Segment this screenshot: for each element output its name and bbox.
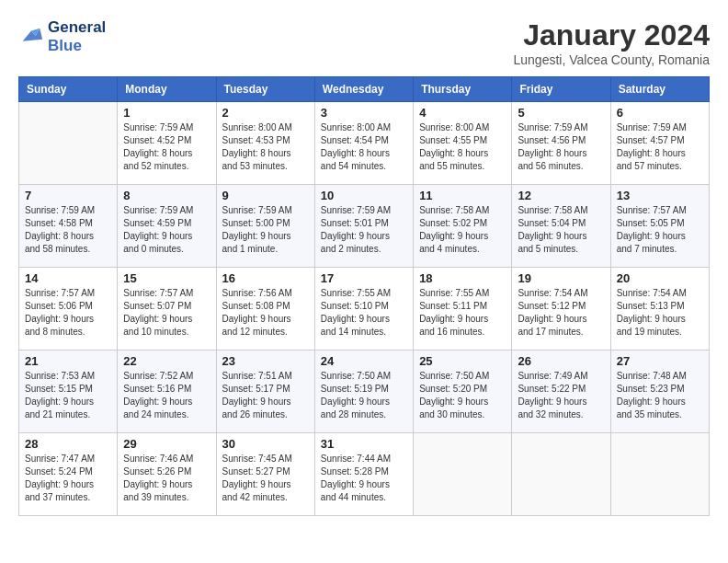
calendar-cell: 8Sunrise: 7:59 AM Sunset: 4:59 PM Daylig… [118,185,216,268]
day-number: 20 [617,271,703,285]
calendar-cell: 15Sunrise: 7:57 AM Sunset: 5:07 PM Dayli… [118,268,216,350]
day-info: Sunrise: 7:59 AM Sunset: 5:01 PM Dayligh… [321,204,407,256]
header-tuesday: Tuesday [216,77,314,102]
page-header: General Blue January 2024 Lungesti, Valc… [18,18,710,67]
day-info: Sunrise: 7:56 AM Sunset: 5:08 PM Dayligh… [222,287,309,339]
calendar-cell [512,433,610,516]
calendar-cell [414,433,512,516]
day-info: Sunrise: 7:45 AM Sunset: 5:27 PM Dayligh… [222,453,309,504]
day-number: 17 [321,271,407,285]
day-info: Sunrise: 7:59 AM Sunset: 4:57 PM Dayligh… [617,121,703,173]
calendar-table: SundayMondayTuesdayWednesdayThursdayFrid… [18,76,710,516]
calendar-cell [610,433,709,516]
calendar-cell: 4Sunrise: 8:00 AM Sunset: 4:55 PM Daylig… [414,102,512,185]
day-info: Sunrise: 7:54 AM Sunset: 5:13 PM Dayligh… [617,287,703,339]
svg-marker-0 [23,29,42,41]
location-subtitle: Lungesti, Valcea County, Romania [514,52,711,67]
day-number: 1 [123,106,210,120]
logo-icon [18,24,44,50]
calendar-cell: 25Sunrise: 7:50 AM Sunset: 5:20 PM Dayli… [414,350,512,433]
calendar-week-row: 14Sunrise: 7:57 AM Sunset: 5:06 PM Dayli… [19,268,710,350]
calendar-cell: 17Sunrise: 7:55 AM Sunset: 5:10 PM Dayli… [314,268,413,350]
day-info: Sunrise: 7:57 AM Sunset: 5:07 PM Dayligh… [123,287,210,339]
calendar-cell: 31Sunrise: 7:44 AM Sunset: 5:28 PM Dayli… [314,433,413,516]
calendar-cell: 19Sunrise: 7:54 AM Sunset: 5:12 PM Dayli… [512,268,610,350]
day-number: 5 [518,106,604,120]
day-info: Sunrise: 7:58 AM Sunset: 5:04 PM Dayligh… [518,204,604,256]
day-info: Sunrise: 7:59 AM Sunset: 4:59 PM Dayligh… [123,204,210,256]
day-info: Sunrise: 7:59 AM Sunset: 5:00 PM Dayligh… [222,204,309,256]
day-info: Sunrise: 7:54 AM Sunset: 5:12 PM Dayligh… [518,287,604,339]
day-number: 19 [518,271,604,285]
header-thursday: Thursday [414,77,512,102]
day-number: 11 [419,189,506,202]
day-info: Sunrise: 7:53 AM Sunset: 5:15 PM Dayligh… [25,370,111,421]
day-number: 7 [25,189,111,202]
month-title: January 2024 [514,18,711,52]
day-info: Sunrise: 7:50 AM Sunset: 5:20 PM Dayligh… [419,370,506,421]
day-number: 14 [25,271,111,285]
day-number: 27 [617,354,703,368]
calendar-header-row: SundayMondayTuesdayWednesdayThursdayFrid… [19,77,710,102]
day-number: 6 [617,106,703,120]
day-info: Sunrise: 7:59 AM Sunset: 4:58 PM Dayligh… [25,204,111,256]
day-info: Sunrise: 7:49 AM Sunset: 5:22 PM Dayligh… [518,370,604,421]
calendar-cell: 28Sunrise: 7:47 AM Sunset: 5:24 PM Dayli… [19,433,118,516]
day-number: 18 [419,271,506,285]
day-number: 9 [222,189,309,202]
header-friday: Friday [512,77,610,102]
header-saturday: Saturday [610,77,709,102]
calendar-cell: 20Sunrise: 7:54 AM Sunset: 5:13 PM Dayli… [610,268,709,350]
calendar-cell [19,102,118,185]
header-wednesday: Wednesday [314,77,413,102]
header-sunday: Sunday [19,77,118,102]
day-info: Sunrise: 7:59 AM Sunset: 4:52 PM Dayligh… [123,121,210,173]
calendar-cell: 26Sunrise: 7:49 AM Sunset: 5:22 PM Dayli… [512,350,610,433]
calendar-cell: 6Sunrise: 7:59 AM Sunset: 4:57 PM Daylig… [610,102,709,185]
calendar-cell: 11Sunrise: 7:58 AM Sunset: 5:02 PM Dayli… [414,185,512,268]
day-info: Sunrise: 7:52 AM Sunset: 5:16 PM Dayligh… [123,370,210,421]
calendar-cell: 30Sunrise: 7:45 AM Sunset: 5:27 PM Dayli… [216,433,314,516]
day-number: 4 [419,106,506,120]
day-number: 21 [25,354,111,368]
calendar-cell: 9Sunrise: 7:59 AM Sunset: 5:00 PM Daylig… [216,185,314,268]
day-info: Sunrise: 7:55 AM Sunset: 5:10 PM Dayligh… [321,287,407,339]
day-info: Sunrise: 7:58 AM Sunset: 5:02 PM Dayligh… [419,204,506,256]
calendar-week-row: 21Sunrise: 7:53 AM Sunset: 5:15 PM Dayli… [19,350,710,433]
day-info: Sunrise: 7:59 AM Sunset: 4:56 PM Dayligh… [518,121,604,173]
day-info: Sunrise: 7:55 AM Sunset: 5:11 PM Dayligh… [419,287,506,339]
calendar-week-row: 7Sunrise: 7:59 AM Sunset: 4:58 PM Daylig… [19,185,710,268]
day-info: Sunrise: 7:57 AM Sunset: 5:05 PM Dayligh… [617,204,703,256]
day-number: 23 [222,354,309,368]
logo: General Blue [18,18,106,55]
calendar-cell: 3Sunrise: 8:00 AM Sunset: 4:54 PM Daylig… [314,102,413,185]
calendar-cell: 7Sunrise: 7:59 AM Sunset: 4:58 PM Daylig… [19,185,118,268]
calendar-week-row: 28Sunrise: 7:47 AM Sunset: 5:24 PM Dayli… [19,433,710,516]
calendar-week-row: 1Sunrise: 7:59 AM Sunset: 4:52 PM Daylig… [19,102,710,185]
logo-text: General Blue [48,18,106,55]
calendar-cell: 13Sunrise: 7:57 AM Sunset: 5:05 PM Dayli… [610,185,709,268]
day-info: Sunrise: 7:44 AM Sunset: 5:28 PM Dayligh… [321,453,407,504]
day-number: 29 [123,437,210,451]
day-number: 3 [321,106,407,120]
day-info: Sunrise: 8:00 AM Sunset: 4:53 PM Dayligh… [222,121,309,173]
calendar-cell: 14Sunrise: 7:57 AM Sunset: 5:06 PM Dayli… [19,268,118,350]
day-info: Sunrise: 7:48 AM Sunset: 5:23 PM Dayligh… [617,370,703,421]
day-info: Sunrise: 8:00 AM Sunset: 4:54 PM Dayligh… [321,121,407,173]
calendar-cell: 27Sunrise: 7:48 AM Sunset: 5:23 PM Dayli… [610,350,709,433]
calendar-cell: 2Sunrise: 8:00 AM Sunset: 4:53 PM Daylig… [216,102,314,185]
calendar-cell: 23Sunrise: 7:51 AM Sunset: 5:17 PM Dayli… [216,350,314,433]
day-number: 15 [123,271,210,285]
day-number: 12 [518,189,604,202]
day-number: 10 [321,189,407,202]
header-monday: Monday [118,77,216,102]
day-number: 13 [617,189,703,202]
day-number: 2 [222,106,309,120]
day-number: 31 [321,437,407,451]
day-number: 16 [222,271,309,285]
day-number: 26 [518,354,604,368]
calendar-cell: 24Sunrise: 7:50 AM Sunset: 5:19 PM Dayli… [314,350,413,433]
calendar-cell: 16Sunrise: 7:56 AM Sunset: 5:08 PM Dayli… [216,268,314,350]
day-number: 25 [419,354,506,368]
calendar-cell: 21Sunrise: 7:53 AM Sunset: 5:15 PM Dayli… [19,350,118,433]
